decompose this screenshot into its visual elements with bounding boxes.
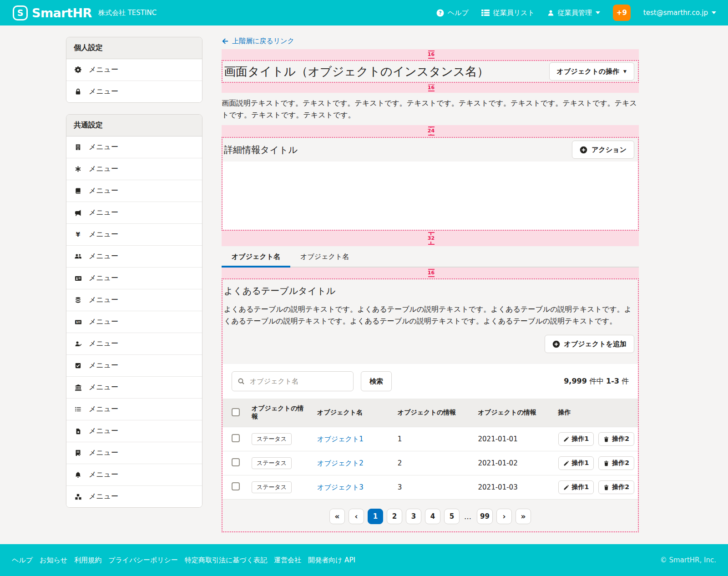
object-info-cell: 2	[394, 451, 475, 475]
smarthr-logo-icon: S	[13, 5, 28, 20]
account-email: test@smarthr.co.jp	[643, 9, 708, 17]
footer-link[interactable]: 利用規約	[74, 556, 101, 565]
edit-button[interactable]: 操作1	[558, 480, 594, 494]
tab-object-2[interactable]: オブジェクト名	[290, 248, 359, 267]
row-checkbox[interactable]	[232, 434, 240, 442]
sidebar-item[interactable]: メニュー	[66, 136, 202, 158]
sidebar-item-label: メニュー	[89, 404, 118, 414]
footer-link[interactable]: プライバシーポリシー	[108, 556, 178, 565]
sidebar-item[interactable]: メニュー	[66, 354, 202, 376]
row-checkbox[interactable]	[232, 458, 240, 466]
sidebar-item[interactable]: メニュー	[66, 158, 202, 180]
sidebar-item[interactable]: メニュー	[66, 267, 202, 289]
users-icon	[74, 253, 82, 260]
table-section-description: よくあるテーブルの説明テキストです。よくあるテーブルの説明テキストです。よくある…	[224, 303, 637, 327]
pagination-page-button[interactable]: 5	[444, 509, 460, 524]
sidebar-item[interactable]: メニュー	[66, 485, 202, 507]
pagination-page-button[interactable]: 1	[368, 509, 383, 524]
sidebar-item[interactable]: メニュー	[66, 442, 202, 464]
pagination: « ‹ 1 2 3 4 5	[222, 500, 638, 524]
footer-link[interactable]: 特定商取引法に基づく表記	[185, 556, 267, 565]
sidebar-item-label: メニュー	[89, 295, 118, 305]
footer-link[interactable]: お知らせ	[40, 556, 67, 565]
cubes-icon	[74, 493, 82, 500]
spacing-annotation: 16	[222, 83, 639, 93]
row-checkbox[interactable]	[232, 482, 240, 490]
object-link[interactable]: オブジェクト3	[317, 483, 364, 491]
result-count: 9,999 件中 1-3 件	[564, 377, 629, 386]
sidebar-item-label: メニュー	[89, 361, 118, 370]
column-header: オブジェクトの情報	[394, 399, 475, 427]
table-row: ステータス オブジェクト1 1 2021-01-01 操作1	[222, 427, 638, 451]
tab-object-1[interactable]: オブジェクト名	[222, 248, 290, 267]
object-actions-button[interactable]: オブジェクトの操作 ▼	[549, 62, 634, 81]
pagination-prev-button[interactable]: ‹	[349, 509, 364, 524]
footer-link[interactable]: 開発者向け API	[308, 556, 355, 565]
delete-button[interactable]: 操作2	[598, 432, 634, 446]
caret-down-icon	[712, 11, 716, 14]
spacing-annotation: 24	[222, 125, 639, 137]
page-title: 画面タイトル（オブジェクトのインスタンス名）	[224, 64, 489, 80]
account-menu[interactable]: test@smarthr.co.jp	[643, 9, 716, 17]
notification-badge[interactable]: +9	[613, 5, 631, 21]
sidebar-item[interactable]: メニュー	[66, 376, 202, 398]
footer-link[interactable]: 運営会社	[274, 556, 301, 565]
copyright: © SmartHR, Inc.	[660, 556, 716, 564]
pagination-page-button[interactable]: 4	[425, 509, 440, 524]
spacing-annotation: 16	[222, 268, 639, 278]
sidebar-item[interactable]: メニュー	[66, 202, 202, 223]
pagination-next-button[interactable]: ›	[496, 509, 512, 524]
sidebar-item-label: メニュー	[89, 142, 118, 152]
sidebar-item[interactable]: メニュー	[66, 398, 202, 420]
pagination-page-button[interactable]: 3	[406, 509, 421, 524]
pagination-first-button[interactable]: «	[329, 509, 345, 524]
pagination-page-button[interactable]: 2	[387, 509, 402, 524]
square-check-icon	[74, 362, 82, 369]
gear-icon	[74, 66, 82, 74]
column-header: オブジェクトの情報	[475, 399, 555, 427]
spacing-annotation: 16	[222, 49, 639, 60]
employee-mgmt-menu[interactable]: 従業員管理	[547, 9, 600, 17]
sidebar-item[interactable]: メニュー	[66, 420, 202, 442]
action-button[interactable]: アクション	[572, 141, 634, 159]
sidebar-item[interactable]: メニュー	[66, 289, 202, 311]
svg-text:$: $	[76, 320, 78, 323]
edit-button[interactable]: 操作1	[558, 456, 594, 470]
sidebar-item[interactable]: メニュー	[66, 81, 202, 102]
back-link[interactable]: 上階層に戻るリンク	[222, 37, 294, 45]
sidebar-item-label: メニュー	[89, 186, 118, 196]
user-icon	[547, 10, 554, 16]
search-button[interactable]: 検索	[361, 371, 392, 391]
footer-link[interactable]: ヘルプ	[12, 556, 33, 565]
object-link[interactable]: オブジェクト2	[317, 459, 364, 467]
file-icon	[74, 428, 82, 435]
sidebar-item[interactable]: メニュー	[66, 180, 202, 202]
spacing-value: 16	[427, 51, 435, 58]
main-content: 上階層に戻るリンク 16 画面タイトル（オブジェクトのインスタンス名） オブジェ…	[222, 37, 639, 532]
sidebar-item-label: メニュー	[89, 164, 118, 174]
delete-button[interactable]: 操作2	[598, 456, 634, 470]
delete-button[interactable]: 操作2	[598, 480, 634, 494]
sidebar-item-label: メニュー	[89, 273, 118, 283]
pagination-page-button[interactable]: 99	[477, 509, 493, 524]
spacing-value: 16	[427, 85, 435, 91]
sidebar-item[interactable]: メニュー	[66, 59, 202, 81]
user-check-icon	[74, 340, 82, 348]
search-input[interactable]	[249, 377, 348, 386]
smarthr-logo[interactable]: S SmartHR	[13, 5, 92, 20]
help-link[interactable]: ? ヘルプ	[436, 9, 469, 17]
sidebar-item[interactable]: $ メニュー	[66, 311, 202, 333]
edit-button[interactable]: 操作1	[558, 432, 594, 446]
sidebar-item[interactable]: メニュー	[66, 245, 202, 267]
sidebar-item[interactable]: メニュー	[66, 464, 202, 485]
object-link[interactable]: オブジェクト1	[317, 435, 364, 443]
add-object-button[interactable]: オブジェクトを追加	[545, 335, 634, 353]
employee-mgmt-label: 従業員管理	[558, 9, 592, 17]
sidebar-item[interactable]: メニュー	[66, 333, 202, 354]
tab-bar: オブジェクト名 オブジェクト名	[222, 248, 639, 268]
employee-list-link[interactable]: 従業員リスト	[481, 9, 535, 17]
select-all-checkbox[interactable]	[232, 408, 240, 416]
bell-icon	[74, 471, 82, 478]
sidebar-item[interactable]: ¥ メニュー	[66, 223, 202, 245]
pagination-last-button[interactable]: »	[516, 509, 531, 524]
